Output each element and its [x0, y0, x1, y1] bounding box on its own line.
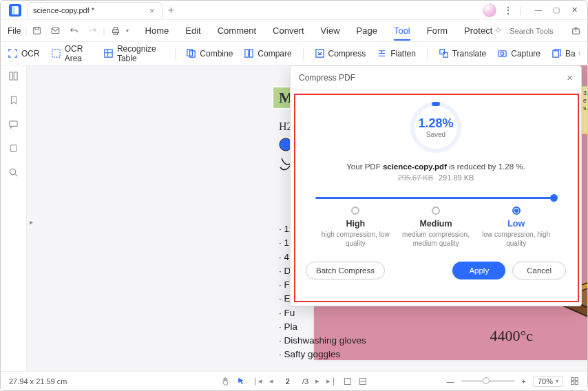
nav-view[interactable]: View: [321, 25, 340, 36]
svg-rect-7: [114, 27, 117, 30]
capture-button[interactable]: Capture: [497, 48, 540, 59]
zoom-knob[interactable]: [483, 377, 490, 384]
svg-rect-8: [114, 32, 117, 34]
option-low[interactable]: Low low compression, high quality: [476, 207, 556, 248]
compress-button[interactable]: Compress: [315, 48, 366, 59]
percent-saved: 1.28%: [418, 116, 453, 131]
page-dimensions: 27.94 x 21.59 cm: [9, 377, 67, 385]
flatten-icon: [377, 48, 387, 59]
svg-rect-25: [10, 145, 16, 152]
ribbon-overflow-icon[interactable]: ›: [578, 50, 580, 57]
expand-panel-icon[interactable]: ▸: [30, 218, 33, 226]
window-close-button[interactable]: ✕: [569, 6, 579, 14]
radio-icon: [512, 207, 521, 215]
print-icon[interactable]: [108, 23, 123, 39]
saved-label: Saved: [426, 131, 445, 138]
search-panel-icon[interactable]: [8, 167, 19, 178]
ocr-area-icon: [51, 48, 61, 59]
svg-rect-34: [571, 378, 574, 381]
zoom-in-icon[interactable]: +: [522, 377, 526, 385]
svg-rect-23: [14, 72, 17, 80]
option-medium[interactable]: Medium medium compression, medium qualit…: [396, 207, 476, 248]
nav-protect[interactable]: Protect: [464, 25, 492, 36]
search-tools-input[interactable]: [510, 27, 565, 35]
print-dropdown-icon[interactable]: ▾: [123, 25, 132, 36]
dialog-close-icon[interactable]: ×: [567, 72, 573, 83]
save-icon[interactable]: [30, 23, 44, 38]
slider-knob[interactable]: [550, 194, 558, 202]
radio-icon: [351, 207, 359, 215]
app-logo: [8, 3, 23, 18]
ocr-area-button[interactable]: OCR Area: [51, 44, 92, 63]
batch-process-button[interactable]: Ba: [552, 48, 576, 59]
svg-rect-11: [105, 50, 112, 57]
attachments-icon[interactable]: [9, 143, 18, 154]
translate-button[interactable]: Translate: [439, 48, 487, 59]
compression-slider[interactable]: [315, 194, 556, 201]
compress-dialog: Compress PDF × 1.28% Saved Your PDF scie…: [290, 65, 582, 306]
comments-icon[interactable]: [8, 119, 19, 129]
fit-page-icon[interactable]: [570, 377, 579, 385]
zoom-out-icon[interactable]: —: [447, 377, 454, 385]
app-menu-kebab-icon[interactable]: ⋮: [503, 5, 512, 16]
nav-form[interactable]: Form: [427, 25, 448, 36]
add-tab-button[interactable]: +: [168, 4, 174, 17]
tab-close-icon[interactable]: ×: [149, 6, 155, 15]
svg-point-20: [501, 52, 504, 56]
user-avatar[interactable]: [483, 3, 496, 17]
page-input[interactable]: [280, 377, 295, 385]
compare-button[interactable]: Compare: [244, 48, 291, 59]
thumbnails-icon[interactable]: [8, 71, 19, 81]
page-nav: ❘◂ ◂ /3 ▸ ▸❘: [221, 377, 367, 385]
cancel-button[interactable]: Cancel: [512, 262, 566, 279]
window-minimize-button[interactable]: —: [534, 6, 543, 14]
svg-rect-14: [245, 50, 249, 57]
last-page-icon[interactable]: ▸❘: [326, 377, 337, 385]
combine-button[interactable]: Combine: [186, 48, 233, 59]
bookmarks-icon[interactable]: [9, 95, 19, 105]
nav-page[interactable]: Page: [357, 25, 377, 36]
file-menu[interactable]: File: [8, 26, 21, 36]
list-item: Fu: [279, 306, 366, 320]
svg-rect-21: [553, 51, 558, 57]
first-page-icon[interactable]: ❘◂: [252, 377, 262, 385]
flatten-button[interactable]: Flatten: [377, 48, 416, 59]
redo-icon[interactable]: [85, 23, 100, 38]
select-tool-icon[interactable]: [237, 377, 245, 385]
next-page-icon[interactable]: ▸: [315, 377, 319, 385]
svg-rect-3: [34, 28, 41, 34]
nav-tool[interactable]: Tool: [394, 25, 410, 41]
compress-icon: [315, 48, 325, 59]
undo-icon[interactable]: [67, 23, 81, 38]
document-tab[interactable]: science-copy.pdf * ×: [27, 2, 162, 19]
nav-home[interactable]: Home: [145, 25, 169, 36]
nav-edit[interactable]: Edit: [185, 25, 200, 36]
mail-icon[interactable]: [48, 23, 63, 38]
svg-rect-4: [36, 28, 39, 30]
share-icon[interactable]: [571, 26, 580, 35]
svg-rect-15: [250, 50, 253, 57]
window-maximize-button[interactable]: ▢: [552, 6, 561, 14]
batch-compress-button[interactable]: Batch Compress: [306, 262, 385, 279]
document-canvas[interactable]: ▸ W 3:11 PM e and s. 4400°c 03 Ma H2 12 …: [27, 65, 587, 371]
ocr-button[interactable]: OCR: [8, 48, 40, 59]
apply-button[interactable]: Apply: [452, 262, 505, 279]
combine-icon: [186, 48, 196, 59]
zoom-slider[interactable]: [461, 380, 515, 382]
fit-icon-1[interactable]: [344, 377, 352, 385]
recognize-table-button[interactable]: Recognize Table: [103, 44, 164, 63]
fit-icon-2[interactable]: [359, 377, 367, 385]
hand-tool-icon[interactable]: [221, 377, 230, 385]
table-icon: [103, 48, 114, 59]
nav-comment[interactable]: Comment: [218, 25, 256, 36]
list-item: Pla: [279, 320, 366, 334]
option-high[interactable]: High high compression, low quality: [315, 207, 396, 248]
prev-page-icon[interactable]: ◂: [269, 377, 273, 385]
svg-point-26: [10, 169, 15, 174]
capture-icon: [497, 48, 507, 59]
zoom-level[interactable]: 70%▾: [533, 376, 563, 387]
ai-icon[interactable]: [494, 26, 503, 35]
page-total: /3: [302, 377, 308, 385]
workspace: ▸ W 3:11 PM e and s. 4400°c 03 Ma H2 12 …: [1, 65, 587, 371]
nav-convert[interactable]: Convert: [273, 25, 304, 36]
